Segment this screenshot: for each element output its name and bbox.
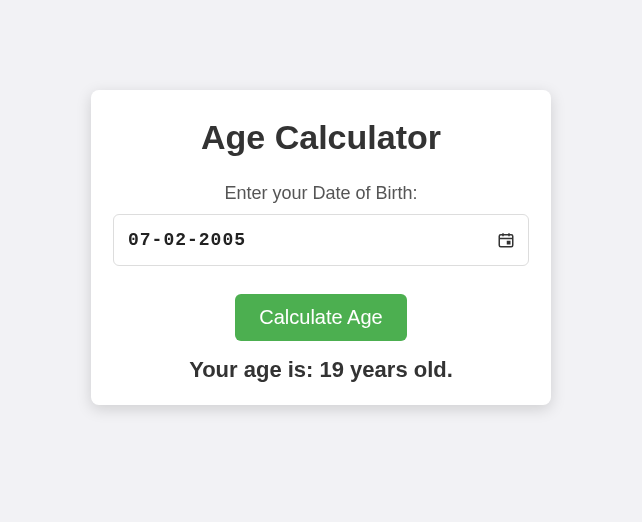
dob-field-wrapper (113, 214, 529, 266)
dob-label: Enter your Date of Birth: (113, 183, 529, 204)
age-calculator-card: Age Calculator Enter your Date of Birth:… (91, 90, 551, 405)
age-result: Your age is: 19 years old. (113, 357, 529, 383)
calculate-age-button[interactable]: Calculate Age (235, 294, 406, 341)
page-title: Age Calculator (113, 118, 529, 157)
dob-input[interactable] (113, 214, 529, 266)
